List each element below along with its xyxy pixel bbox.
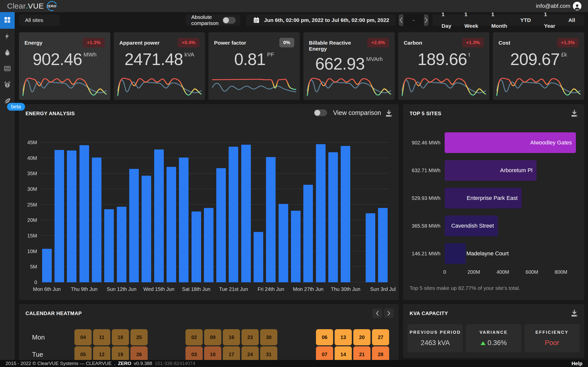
site-bar-cavendish-street[interactable]: Cavendish Street bbox=[445, 216, 498, 236]
heatmap-day-cell[interactable]: 21 bbox=[353, 346, 370, 362]
heatmap-day-cell[interactable]: 04 bbox=[74, 329, 92, 345]
kpi-number: 0.81 bbox=[234, 51, 265, 68]
energy-bar-fri-17th-jun[interactable] bbox=[179, 158, 189, 282]
heatmap-day-cell[interactable]: 11 bbox=[93, 329, 110, 345]
heatmap-day-cell[interactable]: 18 bbox=[112, 329, 129, 345]
energy-bar-mon-20th-jun[interactable] bbox=[216, 168, 226, 282]
x-axis-tick-label: Thu 30th Jun bbox=[331, 286, 360, 292]
view-comparison-toggle[interactable] bbox=[314, 109, 327, 116]
sidebar-item-dashboard[interactable] bbox=[0, 12, 15, 29]
heatmap-day-cell[interactable]: 03 bbox=[185, 346, 203, 362]
heatmap-day-cell[interactable]: 31 bbox=[260, 346, 277, 362]
site-bar-enterprise-park-east[interactable]: Enterprise Park East bbox=[445, 188, 522, 208]
account-area[interactable]: info@abf.com bbox=[536, 2, 581, 10]
download-icon[interactable] bbox=[570, 109, 579, 118]
heatmap-day-cell[interactable]: 23 bbox=[242, 329, 259, 345]
energy-bar-fri-10th-jun[interactable] bbox=[92, 158, 101, 282]
user-email[interactable]: info@abf.com bbox=[536, 3, 570, 9]
energy-bar-sat-18th-jun[interactable] bbox=[192, 211, 201, 282]
heatmap-previous-button[interactable] bbox=[372, 309, 382, 318]
energy-bar-fri-24th-jun[interactable] bbox=[266, 157, 276, 282]
heatmap-day-cell[interactable]: 14 bbox=[335, 346, 352, 362]
site-selector[interactable]: All sites bbox=[19, 14, 60, 26]
site-bar-madelayne-court[interactable] bbox=[445, 243, 466, 264]
energy-bar-sat-2nd-jul[interactable] bbox=[366, 213, 375, 282]
energy-bar-mon-13th-jun[interactable] bbox=[129, 169, 139, 282]
energy-bar-sun-19th-jun[interactable] bbox=[204, 208, 213, 282]
download-icon[interactable] bbox=[570, 309, 579, 318]
range-tab-all[interactable]: All bbox=[562, 14, 582, 26]
energy-bar-sun-3rd-jul[interactable] bbox=[378, 208, 388, 282]
heatmap-next-button[interactable] bbox=[384, 309, 394, 318]
heatmap-day-cell[interactable]: 17 bbox=[223, 346, 240, 362]
heatmap-day-cell[interactable]: 27 bbox=[372, 329, 389, 345]
heatmap-day-cell[interactable]: 07 bbox=[316, 346, 333, 362]
energy-bar-tue-21st-jun[interactable] bbox=[229, 147, 238, 282]
energy-bar-sun-12th-jun[interactable] bbox=[117, 207, 126, 282]
heatmap-day-cell[interactable]: 30 bbox=[260, 329, 277, 345]
range-tab-ytd[interactable]: YTD bbox=[514, 14, 538, 26]
heatmap-day-cell[interactable]: 19 bbox=[112, 346, 129, 362]
kpi-card-carbon[interactable]: Carbon+1.3%189.66t bbox=[398, 32, 490, 100]
heatmap-day-cell[interactable]: 09 bbox=[204, 329, 221, 345]
energy-bar-wed-15th-jun[interactable] bbox=[154, 149, 164, 282]
alarm-icon bbox=[4, 81, 11, 89]
download-icon[interactable] bbox=[385, 109, 393, 118]
site-name-label: Madelayne Court bbox=[466, 250, 509, 257]
energy-bar-tue-28th-jun[interactable] bbox=[316, 144, 326, 282]
kpi-value: 189.66t bbox=[404, 51, 484, 68]
energy-bar-sun-26th-jun[interactable] bbox=[291, 211, 301, 282]
site-name-label: Alwoodley Gates bbox=[530, 139, 572, 146]
heatmap-day-cell[interactable]: 13 bbox=[335, 329, 352, 345]
kpi-number: 662.93 bbox=[315, 55, 365, 72]
sidebar-item-bolt[interactable] bbox=[0, 29, 15, 45]
heatmap-day-cell[interactable]: 12 bbox=[93, 346, 110, 362]
energy-bar-wed-8th-jun[interactable] bbox=[67, 150, 76, 282]
date-range-picker[interactable]: Jun 6th, 02:00 pm, 2022 to Jul 6th, 02:0… bbox=[246, 14, 396, 26]
energy-bar-thu-23rd-jun[interactable] bbox=[254, 232, 263, 282]
kpi-card-energy[interactable]: Energy+1.3%902.46MWh bbox=[19, 32, 110, 100]
period-label: - bbox=[403, 14, 424, 26]
view-comparison-label: View comparison bbox=[333, 109, 381, 116]
previous-period-button[interactable] bbox=[399, 14, 403, 26]
footer: 2015 - 2022 © ClearVUE Systems — CLEARVU… bbox=[0, 360, 588, 367]
energy-bar-thu-16th-jun[interactable] bbox=[167, 167, 176, 282]
heatmap-day-cell[interactable]: 20 bbox=[353, 329, 370, 345]
site-bar-arboretum-pl[interactable]: Arboretum Pl bbox=[445, 160, 537, 181]
sidebar-item-meters[interactable] bbox=[0, 61, 15, 77]
site-bar-alwoodley-gates[interactable]: Alwoodley Gates bbox=[445, 132, 576, 153]
energy-bar-mon-27th-jun[interactable] bbox=[303, 185, 313, 282]
avatar-icon[interactable] bbox=[573, 2, 581, 10]
energy-bar-sat-25th-jun[interactable] bbox=[279, 204, 288, 282]
energy-bar-tue-14th-jun[interactable] bbox=[142, 176, 151, 282]
energy-bar-thu-9th-jun[interactable] bbox=[79, 145, 89, 282]
heatmap-day-cell[interactable]: 28 bbox=[372, 346, 389, 362]
kpi-card-apparent-power[interactable]: Apparent power+0.4%2471.48kVA bbox=[114, 32, 205, 100]
energy-bar-mon-6th-jun[interactable] bbox=[42, 249, 52, 282]
heatmap-day-cell[interactable]: 10 bbox=[204, 346, 221, 362]
heatmap-day-cell[interactable]: 25 bbox=[130, 329, 148, 345]
heatmap-day-cell[interactable]: 24 bbox=[242, 346, 259, 362]
kpi-card-billable-reactive-energy[interactable]: Billable Reactive Energy+2.6%662.93MVArh bbox=[303, 32, 395, 100]
y-axis-tick-label: 0 bbox=[34, 280, 37, 285]
heatmap-day-cell[interactable]: 26 bbox=[130, 346, 148, 362]
energy-bar-wed-22nd-jun[interactable] bbox=[241, 145, 251, 282]
absolute-comparison-toggle[interactable] bbox=[223, 17, 236, 24]
kpi-number: 2471.48 bbox=[124, 51, 183, 68]
x-axis-tick-label: Sat 18th Jun bbox=[182, 286, 210, 292]
sidebar-item-water-drop[interactable] bbox=[0, 45, 15, 61]
energy-bar-sat-11th-jun[interactable] bbox=[104, 209, 114, 282]
sidebar-item-alarm[interactable] bbox=[0, 77, 15, 93]
heatmap-day-cell[interactable]: 16 bbox=[223, 329, 240, 345]
heatmap-day-cell[interactable]: 06 bbox=[316, 329, 333, 345]
help-link[interactable]: Help bbox=[572, 361, 582, 366]
energy-bar-tue-7th-jun[interactable] bbox=[55, 150, 64, 282]
energy-bar-thu-30th-jun[interactable] bbox=[341, 146, 350, 282]
heatmap-day-cell[interactable]: 02 bbox=[185, 329, 203, 345]
heatmap-day-cell[interactable]: 05 bbox=[74, 346, 92, 362]
next-period-button[interactable] bbox=[424, 14, 429, 26]
energy-bar-wed-29th-jun[interactable] bbox=[328, 152, 338, 282]
kpi-card-power-factor[interactable]: Power factor0%0.81PF bbox=[208, 32, 300, 100]
kpi-card-cost[interactable]: Cost+1.3%209.67£k bbox=[493, 32, 584, 100]
sidebar bbox=[0, 12, 15, 360]
